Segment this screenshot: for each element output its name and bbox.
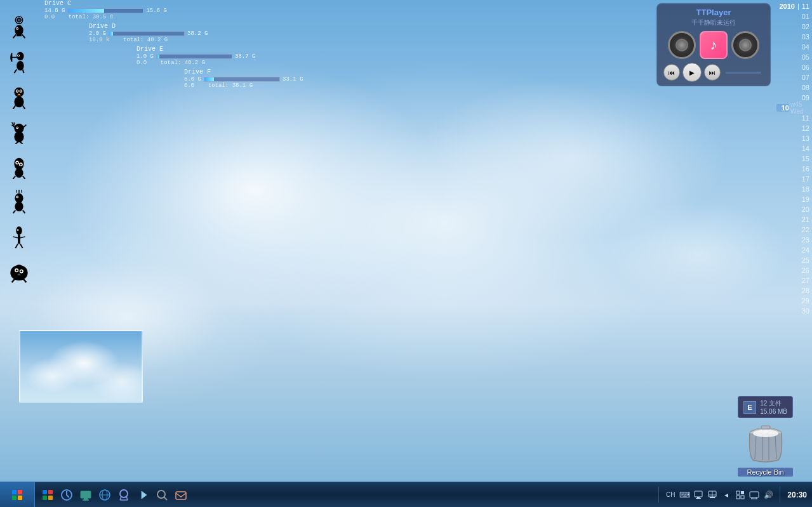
cal-day-27[interactable]: 27 [797, 277, 809, 284]
svg-point-45 [15, 193, 23, 202]
sidebar-char-5[interactable] [5, 152, 34, 181]
drive-f-stats: 0.0 total: 38.1 G [184, 82, 303, 89]
music-album-icon[interactable]: ♪ [700, 31, 728, 59]
systray-network-icon[interactable] [707, 489, 718, 501]
cal-day-11[interactable]: 11 [797, 114, 809, 122]
systray-display-icon[interactable] [749, 489, 760, 501]
cal-day-01[interactable]: 01 [797, 13, 809, 20]
drive-c-stats: 0.0 total: 30.5 G [44, 14, 303, 20]
cal-row-25: 25 [797, 255, 809, 265]
cal-row-30: 30 [797, 306, 809, 316]
systray-arrow-icon[interactable]: ◂ [721, 489, 732, 501]
systray-keyboard-icon[interactable]: ⌨ [679, 489, 690, 501]
taskbar-icon-7[interactable] [154, 487, 170, 503]
cal-day-03[interactable]: 03 [797, 33, 809, 41]
svg-rect-82 [18, 496, 22, 500]
taskbar-icon-6[interactable] [135, 487, 150, 503]
svg-point-29 [17, 127, 18, 128]
svg-rect-100 [697, 497, 700, 498]
cal-day-23[interactable]: 23 [797, 236, 809, 244]
sidebar-char-7[interactable] [5, 222, 34, 251]
cal-day-02[interactable]: 02 [797, 23, 809, 30]
cal-day-30[interactable]: 30 [797, 307, 809, 315]
cal-day-05[interactable]: 05 [797, 53, 809, 61]
taskbar-icon-3[interactable] [78, 487, 93, 503]
drive-f-used: 5.0 G [184, 76, 201, 82]
cal-day-28[interactable]: 28 [797, 287, 809, 294]
cal-day-21[interactable]: 21 [797, 216, 809, 223]
cal-day-25[interactable]: 25 [797, 256, 809, 264]
wallpaper-thumbnail[interactable] [19, 330, 143, 403]
cal-day-22[interactable]: 22 [797, 226, 809, 234]
svg-point-34 [14, 131, 23, 142]
start-button[interactable] [0, 482, 35, 508]
cal-day-15[interactable]: 15 [797, 155, 809, 162]
drive-e-total-bar: 38.7 G [235, 53, 255, 60]
svg-point-22 [20, 90, 22, 91]
svg-point-39 [17, 161, 18, 163]
right-speaker-icon[interactable] [731, 31, 759, 59]
cal-day-19[interactable]: 19 [797, 195, 809, 203]
sidebar-char-6[interactable] [5, 187, 34, 216]
sidebar-char-8[interactable] [5, 257, 34, 286]
drive-e-bar-row: 1.0 G 38.7 G [136, 53, 303, 60]
cal-day-13[interactable]: 13 [797, 135, 809, 142]
drive-d-stats: 16.0 k total: 40.2 G [89, 37, 303, 43]
taskbar-icon-8[interactable] [173, 487, 189, 503]
cal-day-18[interactable]: 18 [797, 185, 809, 193]
sidebar-char-2[interactable] [5, 48, 34, 76]
prev-button[interactable]: ⏮ [663, 64, 680, 81]
calendar-widget: 2010 | 11 01 02 03 04 05 06 07 08 09 [777, 0, 812, 316]
next-button[interactable]: ⏭ [704, 64, 721, 81]
cal-day-26[interactable]: 26 [797, 267, 809, 274]
cal-row-19: 19 [797, 194, 809, 204]
cal-day-04[interactable]: 04 [797, 43, 809, 51]
taskbar-time: 20:30 [782, 491, 812, 499]
taskbar-icon-1[interactable] [40, 487, 55, 503]
cal-row-08: 08 [797, 82, 809, 93]
cal-row-02: 02 [797, 22, 809, 32]
cal-day-14[interactable]: 14 [797, 145, 809, 152]
cal-day-06[interactable]: 06 [797, 63, 809, 71]
taskbar-icon-2[interactable] [59, 487, 74, 503]
cal-day-10[interactable]: 10 [776, 104, 789, 112]
drive-e-block: Drive E 1.0 G 38.7 G 0.0 total: 40.2 G [136, 46, 303, 66]
systray-box1-icon[interactable] [735, 489, 746, 501]
svg-point-12 [18, 55, 19, 56]
svg-line-97 [164, 497, 167, 500]
cal-row-15: 15 [797, 154, 809, 164]
taskbar-icon-5[interactable] [116, 487, 131, 503]
cal-day-24[interactable]: 24 [797, 246, 809, 254]
svg-rect-107 [741, 491, 744, 494]
svg-rect-85 [43, 496, 47, 500]
taskbar-icon-4[interactable] [97, 487, 112, 503]
svg-rect-90 [83, 499, 89, 501]
svg-point-47 [17, 196, 18, 197]
systray-monitor-icon[interactable] [693, 489, 704, 501]
cal-day-17[interactable]: 17 [797, 175, 809, 183]
systray-volume-icon[interactable]: 🔊 [762, 489, 774, 501]
cal-row-14: 14 [797, 143, 809, 154]
svg-line-26 [23, 105, 25, 109]
left-speaker-icon[interactable] [668, 31, 696, 59]
progress-bar[interactable] [726, 72, 761, 74]
sidebar-char-3[interactable] [5, 82, 34, 111]
drive-e-used: 1.0 G [136, 53, 154, 60]
drive-c-used: 14.8 G [44, 8, 65, 14]
cal-day-12[interactable]: 12 [797, 124, 809, 132]
cal-day-08[interactable]: 08 [797, 84, 809, 91]
drive-f-fill [204, 77, 214, 81]
cal-day-07[interactable]: 07 [797, 74, 809, 81]
svg-point-56 [17, 229, 18, 230]
cal-day-16[interactable]: 16 [797, 165, 809, 173]
sidebar-char-4[interactable] [5, 117, 34, 146]
cal-day-20[interactable]: 20 [797, 206, 809, 213]
recycle-bin-icon[interactable] [743, 421, 788, 465]
play-button[interactable]: ▶ [682, 63, 702, 82]
systray-ch-label[interactable]: CH [665, 489, 676, 501]
svg-point-41 [20, 163, 22, 165]
drive-f-label: Drive F [184, 69, 303, 76]
sidebar-char-1[interactable] [5, 13, 34, 41]
svg-line-43 [13, 176, 16, 179]
cal-day-29[interactable]: 29 [797, 297, 809, 305]
